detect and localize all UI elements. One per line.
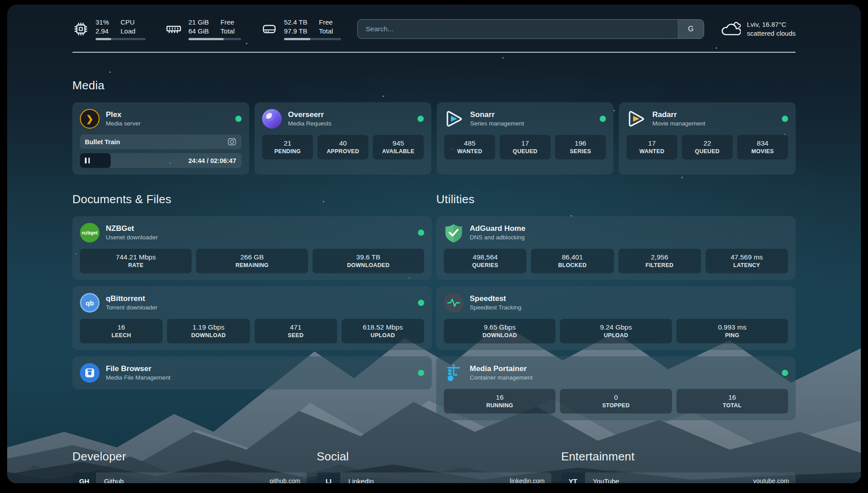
speedtest-title: Speedtest	[470, 294, 522, 304]
radarr-title: Radarr	[652, 110, 705, 120]
disk-progress-track	[284, 38, 341, 40]
overseerr-card[interactable]: Overseerr Media Requests 21 PENDING 40 A…	[255, 102, 431, 175]
bookmark-url: linkedin.com	[510, 477, 551, 483]
playback-time: 24:44 / 02:06:47	[188, 157, 236, 164]
filebrowser-title: File Browser	[106, 364, 171, 374]
memory-total-label: Total	[221, 27, 235, 36]
bookmark-abbr: GH	[72, 472, 96, 483]
weather-widget[interactable]: Lviv, 16.87°C scattered clouds	[720, 20, 796, 38]
cloud-icon	[720, 20, 741, 38]
qbittorrent-subtitle: Torrent downloader	[106, 304, 158, 312]
portainer-icon	[444, 363, 463, 383]
entertainment-heading: Entertainment	[561, 450, 796, 464]
search-input[interactable]	[358, 20, 678, 38]
cpu-progress-track	[96, 38, 146, 40]
memory-stat: 21 GiB 64 GiB Free Total	[165, 18, 241, 40]
bookmark-name: YouTube	[585, 477, 619, 484]
cpu-load-label: Load	[121, 27, 135, 36]
nzbget-card[interactable]: nzbget NZBGet Usenet downloader 744.21 M…	[72, 216, 432, 280]
memory-progress-fill	[188, 38, 224, 40]
stat-tile: 471 SEED	[255, 319, 337, 343]
memory-icon	[165, 21, 182, 38]
disk-total-label: Total	[319, 27, 333, 36]
pause-icon[interactable]	[85, 158, 90, 163]
topbar-separator	[72, 52, 796, 53]
stat-tile: 16 LEECH	[80, 319, 163, 343]
plex-status-dot	[235, 116, 242, 122]
radarr-card[interactable]: Radarr Movie management 17 WANTED 22 QUE…	[619, 102, 796, 175]
stat-tile: 17 WANTED	[626, 135, 677, 159]
bookmark-github[interactable]: GH Github github.com	[72, 472, 307, 483]
cpu-stat: 31% 2.94 CPU Load	[72, 18, 146, 40]
portainer-status-dot	[782, 370, 788, 376]
overseerr-subtitle: Media Requests	[288, 120, 332, 128]
disk-free-label: Free	[319, 18, 333, 27]
weather-condition: scattered clouds	[747, 29, 796, 38]
social-heading: Social	[317, 450, 551, 464]
radarr-icon	[626, 109, 646, 129]
cpu-load-value: 2.94	[96, 27, 109, 36]
speedtest-card[interactable]: Speedtest Speedtest Tracking 9.65 Gbps D…	[436, 286, 796, 350]
portainer-title: Media Portainer	[470, 364, 533, 374]
sonarr-card[interactable]: Sonarr Series management 485 WANTED 17 Q…	[437, 102, 613, 175]
stat-tile: 485 WANTED	[444, 135, 495, 159]
filebrowser-icon	[80, 363, 100, 383]
qbittorrent-status-dot	[418, 300, 424, 306]
filebrowser-card[interactable]: File Browser Media File Management	[72, 356, 432, 389]
bookmark-youtube[interactable]: YT YouTube youtube.com	[561, 472, 796, 483]
portainer-card[interactable]: Media Portainer Container management 16 …	[436, 356, 796, 420]
speedtest-subtitle: Speedtest Tracking	[470, 304, 522, 312]
nzbget-icon: nzbget	[80, 223, 100, 242]
adguard-subtitle: DNS and adblocking	[470, 234, 526, 242]
overseerr-icon	[262, 109, 282, 129]
documents-heading: Documents & Files	[72, 192, 432, 206]
nzbget-title: NZBGet	[106, 224, 158, 234]
cpu-icon	[72, 21, 89, 38]
utilities-section: Utilities	[436, 192, 796, 420]
stat-tile: 86,401 BLOCKED	[531, 249, 613, 273]
media-section: Media ❯ Plex Media server Bullet Train	[72, 79, 796, 175]
cpu-percent: 31%	[96, 18, 109, 27]
stat-tile: 498,564 QUERIES	[444, 249, 526, 273]
search-provider-button[interactable]: G	[678, 20, 704, 38]
bookmark-abbr: YT	[561, 472, 585, 483]
stat-tile: 9.24 Gbps UPLOAD	[560, 319, 672, 343]
filebrowser-subtitle: Media File Management	[106, 374, 171, 382]
stat-tile: 2,956 FILTERED	[618, 249, 701, 273]
cpu-label: CPU	[121, 18, 135, 27]
disk-icon	[261, 21, 278, 38]
bookmark-linkedin[interactable]: LI LinkedIn linkedin.com	[317, 472, 551, 483]
plex-title: Plex	[106, 110, 141, 120]
speedtest-icon	[444, 293, 463, 313]
stat-tile: 39.6 TB DOWNLOADED	[313, 249, 424, 273]
documents-section: Documents & Files nzbget NZBGet Usenet d…	[72, 192, 432, 389]
disk-total-value: 97.9 TB	[284, 27, 307, 36]
memory-free-label: Free	[221, 18, 235, 27]
stat-tile: 945 AVAILABLE	[373, 135, 424, 159]
stat-tile: 0.993 ms PING	[676, 319, 788, 343]
stat-tile: 834 MOVIES	[737, 135, 788, 159]
adguard-card[interactable]: AdGuard Home DNS and adblocking 498,564 …	[436, 216, 796, 280]
stat-tile: 266 GB REMAINING	[196, 249, 308, 273]
stat-tile: 196 SERIES	[555, 135, 606, 159]
nzbget-status-dot	[418, 230, 424, 236]
stat-tile: 744.21 Mbps RATE	[80, 249, 192, 273]
stat-tile: 16 RUNNING	[444, 389, 555, 414]
plex-icon: ❯	[80, 109, 100, 129]
stat-tile: 40 APPROVED	[317, 135, 368, 159]
weather-location-temp: Lviv, 16.87°C	[747, 20, 796, 29]
qbittorrent-card[interactable]: qb qBittorrent Torrent downloader 16 LEE…	[72, 286, 432, 350]
bookmark-abbr: LI	[317, 472, 341, 483]
bookmark-url: github.com	[270, 477, 307, 483]
utilities-heading: Utilities	[436, 192, 796, 206]
stat-tile: 21 PENDING	[262, 135, 313, 159]
now-playing-row: Bullet Train	[80, 134, 242, 149]
plex-card[interactable]: ❯ Plex Media server Bullet Train	[72, 102, 249, 175]
overseerr-status-dot	[417, 116, 424, 122]
stat-tile: 16 TOTAL	[676, 389, 788, 414]
stat-tile: 618.52 Mbps UPLOAD	[342, 319, 424, 343]
stat-tile: 47.569 ms LATENCY	[705, 249, 788, 273]
radarr-subtitle: Movie management	[652, 120, 705, 128]
memory-free-value: 21 GiB	[188, 18, 209, 27]
entertainment-group: Entertainment YT YouTube youtube.com NF …	[561, 450, 796, 483]
